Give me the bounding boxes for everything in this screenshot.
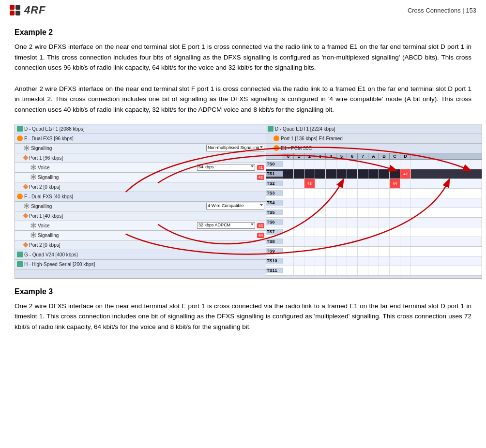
row-f-fxs: F - Dual FXS [40 kbps] [15,192,266,202]
grid-ts1-c-cell [390,169,400,179]
left-panel: D - Quad E1/T1 [2088 kbps] E - Dual FXS … [15,124,267,278]
grid-ts2-b [379,179,390,188]
grid-ts1-c3 [315,169,326,179]
grid-col-a: A [368,153,379,159]
grid-row-ts11: TS11 [266,266,482,276]
voice-dropdown-f[interactable]: 32 kbps ADPCM [197,222,255,229]
example2-paragraph2: Another 2 wire DFXS interface on the nea… [15,84,471,115]
grid-ts10-label: TS10 [266,258,283,264]
grid-col-4: 4 [326,153,336,159]
grid-ts0-c [390,160,400,169]
grid-ts11-label: TS11 [266,268,283,273]
dropdown-arrow-voice-f [251,224,254,225]
grid-ts2-c0 [283,179,294,188]
icon-port2-e [23,184,28,189]
icon-port2-f [23,242,28,247]
logo: 4RF [10,4,46,16]
grid-ts0-c3 [315,160,326,169]
grid-header: 0 1 2 3 4 5 6 7 A B C D [266,153,482,160]
icon-sig-sub-e [30,174,36,180]
signalling-dropdown-e[interactable]: Non-multiplexed Signalling [206,145,264,151]
row-e-port1-label: Port 1 [96 kbps] [29,155,264,161]
grid-ts1-b [379,169,390,179]
grid-ts1-c5 [336,169,347,179]
grid-ts2-c1 [294,179,304,188]
grid-row-ts4: TS4 [266,198,482,208]
grid-ts2-label: TS2 [266,180,283,186]
right-pcm-label: E1 - PCM 30C [281,146,480,151]
row-d-label: D - Quad E1/T1 [2088 kbps] [24,126,264,132]
signalling-dropdown-f[interactable]: 4-Wire Compatible [206,203,264,209]
icon-signalling-e [24,145,30,151]
icon-right-port1 [273,135,279,141]
icon-sig-sub-f [30,232,36,238]
grid-ts2-a [368,179,379,188]
row-f-label: F - Dual FXS [40 kbps] [24,194,264,199]
logo-text: 4RF [24,4,46,16]
row-e-sig-sub: Signalling 42 [15,173,266,182]
right-row-d: D - Quad E1/T1 [2224 kbps] [266,124,482,134]
grid-ts9-label: TS9 [266,248,283,254]
grid-row-ts0: TS0 [266,160,482,169]
row-f-voice-label: Voice [38,223,197,228]
grid-row-ts2: TS2 43 44 [266,179,482,189]
grid-ts3-c0 [283,189,294,198]
icon-f-fxs [17,194,23,199]
grid-ts2-d [400,179,411,188]
grid-row-ts1: TS1 42 [266,169,482,179]
row-f-port1: Port 1 [40 kbps] [15,211,266,221]
dropdown-arrow-f [260,204,263,206]
right-row-pcm: E1 - PCM 30C [266,144,482,153]
grid-ts0-c6 [347,160,358,169]
example3-title: Example 3 [15,287,471,296]
grid-ts2-c2-badge: 43 [304,179,315,188]
grid-ts1-c4 [326,169,336,179]
main-content: Example 2 One 2 wire DFXS interface on t… [0,18,486,346]
grid-col-d: D [400,153,411,159]
voice-dropdown-e[interactable]: 64 kbps [197,164,255,171]
grid-ts4-label: TS4 [266,200,283,206]
icon-e-fxs [17,135,23,141]
grid-ts2-c5 [336,179,347,188]
grid-row-ts9: TS9 [266,247,482,256]
grid-row-ts7: TS7 [266,227,482,237]
grid-col-6: 6 [347,153,358,159]
grid-ts0-b [379,160,390,169]
grid-ts0-c4 [326,160,336,169]
row-d-quad: D - Quad E1/T1 [2088 kbps] [15,124,266,134]
grid-ts0-label: TS0 [266,161,283,167]
logo-squares [10,5,20,15]
grid-ts7-label: TS7 [266,229,283,235]
row-f-sig-sub-label: Signalling [38,233,255,238]
grid-ts0-c1 [294,160,304,169]
icon-port1-f [23,213,28,218]
grid-ts1-c0 [283,169,294,179]
grid-ts2-c6 [347,179,358,188]
example3-paragraph1: One 2 wire DFXS interface on the near en… [15,301,471,332]
row-e-signalling: Signalling Non-multiplexed Signalling [15,144,266,153]
grid-row-ts3: TS3 [266,189,482,198]
icon-right-pcm [273,145,279,151]
grid-ts2-c7 [358,179,368,188]
grid-ts1-d-badge: 42 [400,169,411,179]
grid-ts2-c4 [326,179,336,188]
row-g-label: G - Quad V24 [400 kbps] [24,252,264,257]
row-e-sig-sub-label: Signalling [38,175,255,180]
icon-port1-e [23,155,28,160]
icon-voice-e [30,164,36,170]
row-e-voice: Voice 64 kbps 41 [15,163,266,173]
grid-col-7: 7 [358,153,368,159]
grid-col-1: 1 [294,153,304,159]
grid-ts0-c5 [336,160,347,169]
grid-row-ts6: TS6 [266,218,482,227]
grid-ts0-d [400,160,411,169]
grid-ts0-c2 [304,160,315,169]
row-e-fxs: E - Dual FXS [96 kbps] [15,134,266,144]
logo-sq-dark-2 [15,11,20,15]
logo-sq-red-2 [10,11,15,15]
row-f-signalling-label: Signalling [31,204,206,209]
example2-title: Example 2 [15,28,471,37]
row-f-port1-label: Port 1 [40 kbps] [29,213,264,219]
row-f-sig-sub: Signalling 44 [15,231,266,240]
row-e-port2: Port 2 [0 kbps] [15,182,266,192]
